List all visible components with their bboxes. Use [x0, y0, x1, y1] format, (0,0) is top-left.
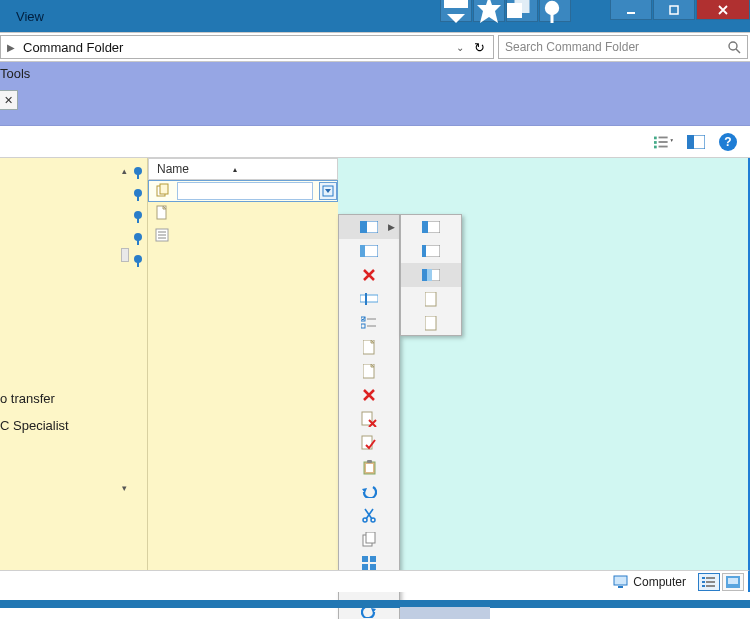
svg-rect-5 [627, 12, 635, 14]
address-bar[interactable]: ▶ Command Folder ⌄ ↻ [0, 35, 494, 59]
breadcrumb[interactable]: Command Folder [17, 40, 129, 55]
submenu-item-layout2[interactable] [401, 239, 461, 263]
qat-favorite-button[interactable] [473, 0, 505, 22]
svg-point-52 [363, 518, 367, 522]
navigation-panel: ▴ o transfer C Specialist ▾ [0, 158, 148, 573]
popout-menu: ▶ [338, 214, 400, 619]
svg-rect-68 [422, 221, 428, 233]
svg-rect-28 [160, 184, 168, 194]
ribbon: Tools ✕ [0, 62, 750, 126]
svg-point-25 [134, 255, 142, 263]
pin-icon[interactable] [131, 232, 145, 246]
menu-item-checklist[interactable] [339, 311, 399, 335]
filename-dropdown-button[interactable] [319, 182, 337, 200]
svg-point-7 [729, 42, 737, 50]
address-dropdown-icon[interactable]: ⌄ [451, 42, 469, 53]
svg-rect-11 [654, 141, 657, 144]
pin-icon[interactable] [131, 166, 145, 180]
form-icon [154, 227, 170, 243]
menu-item-rename[interactable] [339, 287, 399, 311]
view-menu-label[interactable]: View [16, 9, 44, 24]
svg-rect-14 [659, 145, 668, 147]
column-header-label: Name [157, 162, 189, 176]
minimize-button[interactable] [610, 0, 652, 20]
view-options-button[interactable] [654, 132, 674, 152]
svg-rect-50 [367, 460, 372, 463]
svg-line-8 [736, 49, 740, 53]
menu-item-cut[interactable] [339, 503, 399, 527]
submenu-item-layout1[interactable] [401, 215, 461, 239]
search-placeholder: Search Command Folder [505, 40, 639, 54]
menu-item-newdoc[interactable] [339, 335, 399, 359]
search-input[interactable]: Search Command Folder [498, 35, 748, 59]
menu-item-newdoc2[interactable] [339, 359, 399, 383]
menu-item-doc-delete[interactable] [339, 407, 399, 431]
qat-dropdown-button[interactable] [440, 0, 472, 22]
svg-rect-85 [728, 578, 738, 584]
pin-icon[interactable] [131, 254, 145, 268]
close-button[interactable] [696, 0, 750, 20]
scroll-up-icon[interactable]: ▴ [122, 166, 127, 176]
file-row[interactable] [148, 202, 338, 224]
svg-rect-72 [422, 269, 427, 281]
file-row[interactable] [148, 224, 338, 246]
sort-arrow-icon: ▴ [233, 165, 237, 174]
file-row-editing[interactable] [148, 180, 338, 202]
copy-pages-icon [155, 183, 171, 199]
file-list-column: Name ▴ [148, 158, 338, 573]
popout-submenu [400, 214, 462, 336]
thumbnail-view-button[interactable] [722, 573, 744, 591]
nav-text-block: o transfer C Specialist [0, 391, 69, 433]
svg-rect-70 [422, 245, 426, 257]
pin-icon[interactable] [131, 188, 145, 202]
qat-pin-button[interactable] [539, 0, 571, 22]
pin-icon[interactable] [131, 210, 145, 224]
details-view-button[interactable] [698, 573, 720, 591]
svg-rect-79 [706, 577, 715, 579]
column-header-name[interactable]: Name ▴ [148, 158, 338, 180]
svg-rect-9 [654, 136, 657, 139]
svg-point-23 [134, 233, 142, 241]
svg-rect-73 [427, 269, 432, 281]
search-icon[interactable] [727, 40, 741, 54]
menu-item-copy[interactable] [339, 527, 399, 551]
document-icon [154, 205, 170, 221]
svg-point-17 [134, 167, 142, 175]
address-row: ▶ Command Folder ⌄ ↻ Search Command Fold… [0, 32, 750, 62]
svg-rect-22 [137, 218, 139, 223]
maximize-button[interactable] [653, 0, 695, 20]
svg-rect-56 [362, 556, 368, 562]
menu-item-doc-check[interactable] [339, 431, 399, 455]
svg-rect-57 [370, 556, 376, 562]
menu-item-undo[interactable] [339, 479, 399, 503]
svg-rect-43 [361, 324, 365, 328]
menu-item-layout[interactable]: ▶ [339, 215, 399, 239]
submenu-item-doc1[interactable] [401, 287, 461, 311]
status-computer-label: Computer [633, 575, 686, 589]
filename-edit-field[interactable] [177, 182, 313, 200]
help-button[interactable]: ? [718, 132, 738, 152]
computer-icon [613, 575, 629, 589]
menu-item-delete2[interactable] [339, 383, 399, 407]
status-computer[interactable]: Computer [601, 575, 698, 589]
menu-item-delete[interactable] [339, 263, 399, 287]
svg-rect-24 [137, 240, 139, 245]
svg-rect-77 [618, 586, 623, 588]
svg-rect-0 [444, 0, 468, 8]
menu-item-clipboard[interactable] [339, 455, 399, 479]
submenu-item-layout3[interactable] [401, 263, 461, 287]
svg-rect-13 [654, 145, 657, 148]
ribbon-close-tab[interactable]: ✕ [0, 90, 18, 110]
svg-rect-47 [362, 412, 372, 425]
refresh-button[interactable]: ↻ [469, 40, 489, 55]
qat-windows-button[interactable] [506, 0, 538, 22]
menu-item-navpane[interactable] [339, 239, 399, 263]
splitter-handle[interactable] [121, 248, 129, 262]
submenu-item-doc2[interactable] [401, 311, 461, 335]
svg-rect-76 [614, 576, 627, 585]
scroll-down-icon[interactable]: ▾ [122, 483, 127, 493]
preview-pane-button[interactable] [686, 132, 706, 152]
svg-rect-10 [659, 136, 668, 138]
pin-column [131, 166, 145, 268]
svg-rect-4 [551, 11, 554, 23]
